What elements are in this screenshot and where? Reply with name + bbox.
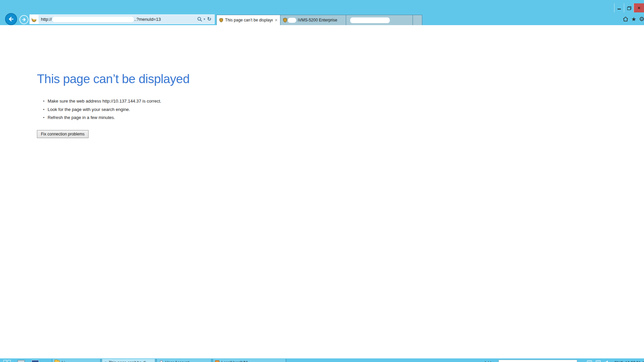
redaction-blob: [350, 17, 390, 23]
tab-redacted[interactable]: [346, 15, 413, 25]
search-icon[interactable]: [197, 16, 203, 22]
server-manager-icon[interactable]: [17, 360, 25, 362]
suggestion-list: Make sure the web address http://10.137.…: [43, 97, 161, 122]
tab-this-page-cant-be-displayed[interactable]: This page can’t be displayed ✕: [216, 15, 280, 25]
tab-title: iVMS-5200 Enterprise: [298, 18, 337, 22]
start-button[interactable]: [3, 360, 11, 362]
browser-chrome: ✕ http:// ..?menuId=13 ▾ ↻: [0, 0, 644, 25]
settings-gear-icon[interactable]: ⚙: [639, 15, 644, 22]
search-dropdown-icon[interactable]: ▾: [204, 18, 205, 21]
bullet-icon: [43, 117, 44, 118]
redaction-blob: [288, 18, 296, 23]
list-item: Look for the page with your search engin…: [43, 106, 161, 114]
action-center-icon[interactable]: [596, 360, 601, 362]
app-icon: [215, 360, 219, 362]
user-icon: [159, 360, 163, 362]
list-item: Refresh the page in a few minutes.: [43, 114, 161, 122]
window-controls: ✕: [614, 3, 644, 12]
taskbar-item-label: LocalUser/iVM...: [221, 360, 251, 362]
home-icon[interactable]: [623, 16, 629, 22]
forward-arrow-icon: [21, 17, 26, 22]
restore-button[interactable]: [624, 3, 634, 12]
internet-explorer-icon: e: [104, 360, 107, 362]
page-content: This page can’t be displayed Make sure t…: [0, 25, 644, 358]
tab-favicon-icon: [283, 18, 287, 22]
address-toolbar-input[interactable]: ▾: [498, 360, 577, 362]
suggestion-text: Look for the page with your search engin…: [48, 106, 130, 114]
language-indicator[interactable]: ENG: [614, 361, 623, 362]
new-tab-button[interactable]: [413, 15, 422, 25]
taskbar-item-ie[interactable]: e This page can’t be di...: [102, 359, 155, 362]
close-button[interactable]: ✕: [634, 3, 644, 12]
taskbar: Li... e This page can’t be di... User Ac…: [0, 358, 644, 362]
url-text[interactable]: http:// ..?menuId=13: [41, 17, 161, 22]
network-icon[interactable]: [587, 360, 592, 362]
minimize-button[interactable]: [614, 3, 624, 12]
minimize-icon: [618, 9, 621, 9]
folder-icon: [54, 360, 60, 362]
address-bar[interactable]: http:// ..?menuId=13 ▾ ↻: [30, 14, 215, 24]
bullet-icon: [43, 109, 44, 110]
tab-strip: This page can’t be displayed ✕ iVMS-5200…: [216, 15, 422, 25]
taskbar-clock[interactable]: 10:57:51 AM: [625, 361, 644, 362]
taskbar-item-user-account[interactable]: User Account...: [156, 359, 212, 362]
system-tray: [587, 360, 608, 362]
url-protocol: http://: [41, 17, 52, 22]
windows-logo-icon: [7, 360, 11, 362]
powershell-icon[interactable]: [32, 360, 39, 362]
suggestion-text: Refresh the page in a few minutes.: [48, 114, 115, 122]
forward-button[interactable]: [19, 15, 29, 24]
page-title: This page can’t be displayed: [37, 72, 190, 86]
redaction-blob: [32, 15, 39, 19]
restore-icon: [627, 6, 631, 9]
tab-ivms-5200-enterprise[interactable]: iVMS-5200 Enterprise: [280, 15, 346, 25]
fix-connection-button[interactable]: Fix connection problems: [37, 130, 89, 138]
taskbar-item-label: Li...: [62, 360, 68, 362]
tab-favicon-icon: [219, 18, 223, 22]
list-item: Make sure the web address http://10.137.…: [43, 97, 161, 106]
bullet-icon: [43, 101, 44, 102]
volume-icon[interactable]: [604, 360, 608, 362]
back-arrow-icon: [8, 16, 14, 22]
address-toolbar-label: Address: [484, 361, 499, 362]
refresh-icon[interactable]: ↻: [207, 17, 211, 22]
favorites-star-icon[interactable]: ★: [631, 16, 636, 22]
taskbar-item-label: This page can’t be di...: [109, 360, 149, 362]
taskbar-item-explorer[interactable]: Li...: [52, 359, 101, 362]
redaction-blob: [52, 17, 134, 22]
tab-close-icon[interactable]: ✕: [273, 18, 278, 22]
tab-title: This page can’t be displayed: [225, 18, 273, 22]
url-query: ..?menuId=13: [134, 17, 161, 22]
browser-toolbar-icons: ★ ⚙: [623, 15, 644, 22]
windows-logo-icon: [3, 360, 7, 362]
suggestion-text: Make sure the web address http://10.137.…: [48, 97, 161, 106]
back-button[interactable]: [5, 13, 17, 25]
close-icon: ✕: [637, 6, 641, 10]
page-favicon: [30, 15, 39, 24]
taskbar-item-label: User Account...: [165, 360, 193, 362]
taskbar-item-localuser[interactable]: LocalUser/iVM...: [213, 359, 286, 362]
